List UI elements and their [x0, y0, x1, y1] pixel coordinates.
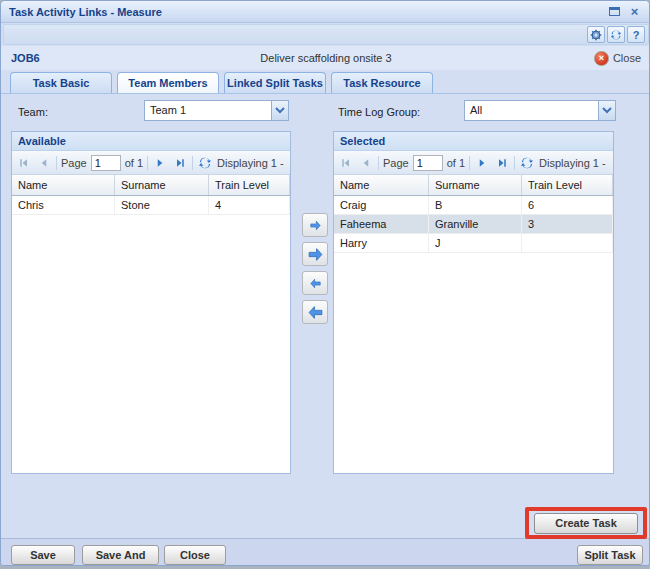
grid-row[interactable]: ChrisStone4	[12, 196, 290, 215]
page-label: Page	[61, 157, 87, 169]
available-panel: Available Page of 1 Displaying 1 - Name …	[11, 131, 291, 474]
grid-row[interactable]: HarryJ	[334, 234, 613, 253]
grid-cell: Granville	[429, 215, 522, 233]
time-log-group-combobox[interactable]: All	[464, 100, 616, 121]
page-of-label: of 1	[125, 157, 143, 169]
displaying-label: Displaying 1 -	[217, 157, 284, 169]
grid-cell: Stone	[115, 196, 209, 214]
toolbar-separator	[147, 156, 148, 170]
available-panel-title: Available	[12, 132, 290, 151]
next-page-button[interactable]	[474, 155, 490, 171]
toolbar-separator	[378, 156, 379, 170]
create-task-resources-button[interactable]: Create Task Resources	[534, 513, 638, 534]
footer-close-button[interactable]: Close	[164, 545, 226, 565]
refresh-button[interactable]	[607, 26, 625, 43]
grid-cell: Craig	[334, 196, 429, 214]
chevron-down-icon	[602, 107, 612, 114]
team-combo-trigger[interactable]	[271, 101, 288, 120]
selected-grid-header: Name Surname Train Level	[334, 175, 613, 196]
tab-linked-split-tasks[interactable]: Linked Split Tasks	[224, 72, 326, 93]
selected-panel-title: Selected	[334, 132, 613, 151]
footer-bar: Save Save And Close Close Split Task	[1, 538, 650, 566]
grid-refresh-button[interactable]	[519, 155, 535, 171]
grid-cell: 4	[209, 196, 290, 214]
grid-refresh-button[interactable]	[197, 155, 213, 171]
grid-cell: Harry	[334, 234, 429, 252]
remove-selected-button[interactable]	[302, 271, 328, 295]
maximize-button[interactable]	[606, 4, 623, 20]
grid-cell: J	[429, 234, 522, 252]
first-page-button[interactable]	[16, 155, 32, 171]
tab-task-resource[interactable]: Task Resource	[331, 72, 433, 93]
next-page-icon	[476, 157, 488, 169]
window-close-button[interactable]: ×	[626, 4, 643, 20]
help-button[interactable]: ?	[627, 26, 645, 43]
grid-cell	[522, 234, 613, 252]
time-log-group-value: All	[465, 101, 598, 120]
page-number-input[interactable]	[413, 155, 443, 171]
available-grid-header: Name Surname Train Level	[12, 175, 290, 196]
prev-page-button[interactable]	[36, 155, 52, 171]
next-page-icon	[154, 157, 166, 169]
chevron-down-icon	[275, 107, 285, 114]
tab-team-members[interactable]: Team Members	[117, 72, 219, 93]
column-header-surname[interactable]: Surname	[429, 175, 522, 195]
first-page-icon	[18, 157, 30, 169]
arrow-right-icon	[309, 220, 322, 231]
first-page-icon	[340, 157, 352, 169]
column-header-train-level[interactable]: Train Level	[522, 175, 613, 195]
column-header-surname[interactable]: Surname	[115, 175, 209, 195]
maximize-icon	[609, 7, 620, 16]
save-and-close-button[interactable]: Save And Close	[82, 545, 159, 565]
column-header-name[interactable]: Name	[12, 175, 115, 195]
refresh-icon	[198, 156, 212, 170]
page-number-input[interactable]	[91, 155, 121, 171]
grid-row[interactable]: CraigB6	[334, 196, 613, 215]
selected-grid-body: CraigB6FaheemaGranville3HarryJ	[334, 196, 613, 473]
team-label: Team:	[18, 102, 48, 123]
column-header-train-level[interactable]: Train Level	[209, 175, 290, 195]
window-tool-tray: ?	[3, 24, 649, 45]
prev-page-button[interactable]	[358, 155, 374, 171]
close-circle-icon: ×	[594, 51, 609, 66]
last-page-icon	[174, 157, 186, 169]
team-combobox[interactable]: Team 1	[144, 100, 289, 121]
close-button[interactable]: × Close	[511, 51, 641, 66]
remove-all-button[interactable]	[302, 300, 328, 324]
add-selected-button[interactable]	[302, 213, 328, 237]
selected-panel: Selected Page of 1 Displaying 1 - Name S…	[333, 131, 614, 474]
tab-task-basic[interactable]: Task Basic	[10, 72, 112, 93]
arrow-left-icon	[309, 278, 322, 289]
grid-cell: Faheema	[334, 215, 429, 233]
grid-cell: 6	[522, 196, 613, 214]
time-log-group-label: Time Log Group:	[338, 102, 420, 123]
page-of-label: of 1	[447, 157, 465, 169]
first-page-button[interactable]	[338, 155, 354, 171]
split-task-button[interactable]: Split Task	[577, 545, 643, 565]
toolbar-separator	[514, 156, 515, 170]
arrow-left-double-icon	[307, 305, 324, 320]
settings-button[interactable]	[587, 26, 605, 43]
selected-paging-toolbar: Page of 1 Displaying 1 -	[334, 151, 613, 175]
last-page-button[interactable]	[172, 155, 188, 171]
arrow-right-double-icon	[307, 247, 324, 262]
next-page-button[interactable]	[152, 155, 168, 171]
team-value: Team 1	[145, 101, 271, 120]
save-button[interactable]: Save	[11, 545, 75, 565]
displaying-label: Displaying 1 -	[539, 157, 606, 169]
time-log-group-combo-trigger[interactable]	[598, 101, 615, 120]
grid-row[interactable]: FaheemaGranville3	[334, 215, 613, 234]
task-activity-links-window: Task Activity Links - Measure × ?	[0, 0, 650, 566]
job-code: JOB6	[11, 52, 141, 64]
column-header-name[interactable]: Name	[334, 175, 429, 195]
refresh-icon	[610, 29, 622, 41]
grid-cell: B	[429, 196, 522, 214]
page-label: Page	[383, 157, 409, 169]
add-all-button[interactable]	[302, 242, 328, 266]
job-header-row: JOB6 Deliver scaffolding onsite 3 × Clos…	[1, 46, 650, 70]
toolbar-separator	[192, 156, 193, 170]
close-label: Close	[613, 52, 641, 64]
available-grid-body: ChrisStone4	[12, 196, 290, 473]
refresh-icon	[520, 156, 534, 170]
last-page-button[interactable]	[494, 155, 510, 171]
